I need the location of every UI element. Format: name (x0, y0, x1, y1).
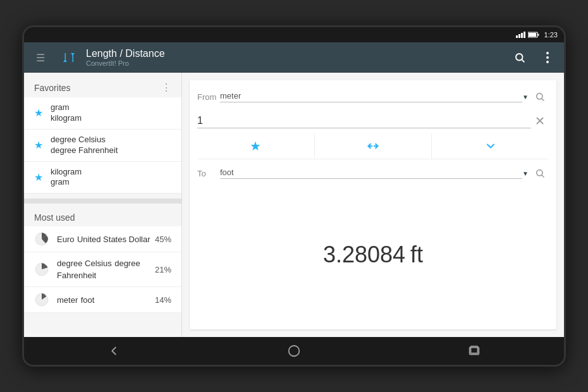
favorite-item-2-text: kilogram gram (51, 167, 82, 188)
converter-card: From meter ▼ (190, 80, 556, 329)
pie-chart-icon-1 (34, 262, 49, 277)
svg-rect-1 (537, 34, 539, 36)
result-unit: ft (410, 242, 423, 268)
favorite-item-2[interactable]: ★ kilogram gram (24, 162, 181, 194)
app-subtitle: ConvertIt! Pro (86, 59, 508, 68)
left-panel: Favorites ⋮ ★ gram kilogram ★ degree Cel… (24, 73, 182, 337)
to-search-button[interactable] (531, 164, 549, 182)
swap-icon (367, 140, 379, 152)
svg-rect-6 (73, 53, 74, 62)
clear-button[interactable] (531, 112, 549, 130)
svg-line-16 (542, 99, 544, 101)
to-unit-value: foot (220, 168, 522, 179)
recents-icon (467, 344, 481, 358)
app-logo-icon (60, 48, 79, 67)
favorites-title: Favorites (34, 83, 71, 93)
favorite-item-1-text: degree Celsius degree Fahrenheit (51, 135, 118, 156)
app-bar: ☰ Length / Distance ConvertIt! Pro (24, 42, 564, 73)
svg-line-22 (542, 175, 544, 177)
most-used-item-0-text: Euro United States Dollar (57, 233, 155, 245)
app-bar-actions (508, 46, 559, 69)
back-icon (107, 344, 121, 358)
star-icon: ★ (34, 171, 43, 183)
expand-action-button[interactable] (432, 133, 549, 159)
main-content: Favorites ⋮ ★ gram kilogram ★ degree Cel… (24, 73, 564, 337)
svg-rect-2 (529, 33, 536, 37)
most-used-item-0[interactable]: Euro United States Dollar 45% (24, 226, 181, 252)
favorite-item-0-text: gram kilogram (51, 102, 82, 124)
from-dropdown-arrow-icon: ▼ (522, 94, 529, 101)
most-used-item-2-text: meter foot (57, 294, 155, 306)
nav-drawer-button[interactable]: ☰ (29, 46, 52, 69)
to-dropdown-arrow-icon: ▼ (522, 170, 529, 177)
svg-point-9 (546, 52, 549, 54)
time-display: 1:23 (544, 31, 558, 39)
svg-line-8 (522, 59, 524, 61)
status-icons: 1:23 (516, 31, 558, 39)
from-search-button[interactable] (531, 88, 549, 106)
section-divider (24, 199, 181, 204)
most-used-item-1-text: degree Celsius degree Fahrenheit (57, 257, 155, 281)
pie-chart-icon-0 (34, 231, 49, 247)
status-bar: 1:23 (24, 27, 564, 42)
tablet-device: 1:23 ☰ Length / Distance ConvertIt! Pro (22, 25, 566, 367)
search-button[interactable] (508, 46, 531, 69)
bottom-nav-bar (24, 337, 564, 365)
result-value: 3.28084 (323, 242, 405, 268)
from-unit-row: From meter ▼ (197, 88, 549, 106)
star-icon: ★ (34, 139, 43, 151)
signal-icon (516, 32, 525, 38)
back-button[interactable] (99, 337, 129, 365)
to-unit-row: To foot ▼ (197, 164, 549, 182)
home-button[interactable] (279, 337, 309, 365)
result-display: 3.28084 ft (197, 187, 549, 322)
favorite-item-0[interactable]: ★ gram kilogram (24, 97, 181, 130)
to-label: To (197, 169, 216, 178)
most-used-section: Most used Euro United States Dollar 45 (24, 204, 181, 318)
expand-icon (484, 140, 497, 152)
svg-point-11 (546, 61, 549, 63)
app-icon (59, 47, 80, 68)
action-row: ★ (197, 133, 549, 159)
favorites-menu-button[interactable]: ⋮ (161, 82, 171, 94)
svg-point-23 (289, 346, 300, 357)
value-input[interactable] (197, 114, 531, 128)
favorites-header: Favorites ⋮ (24, 78, 181, 97)
swap-action-button[interactable] (315, 133, 432, 159)
pie-chart-icon-2 (34, 292, 49, 307)
most-used-title: Most used (34, 212, 75, 223)
recents-button[interactable] (459, 337, 489, 365)
most-used-header: Most used (24, 209, 181, 226)
svg-point-10 (546, 56, 549, 59)
app-title: Length / Distance (86, 47, 508, 59)
app-title-block: Length / Distance ConvertIt! Pro (86, 47, 508, 68)
favorites-section: Favorites ⋮ ★ gram kilogram ★ degree Cel… (24, 73, 181, 199)
more-options-button[interactable] (536, 46, 559, 69)
most-used-item-1[interactable]: degree Celsius degree Fahrenheit 21% (24, 252, 181, 287)
favorite-item-1[interactable]: ★ degree Celsius degree Fahrenheit (24, 130, 181, 162)
favorite-action-button[interactable]: ★ (197, 133, 315, 159)
from-label: From (197, 92, 216, 102)
most-used-item-2[interactable]: meter foot 14% (24, 287, 181, 313)
battery-icon (528, 32, 539, 38)
right-panel: From meter ▼ (182, 73, 564, 337)
star-icon: ★ (34, 107, 43, 119)
value-input-row (197, 112, 549, 130)
home-icon (287, 344, 301, 358)
favorite-icon: ★ (250, 138, 261, 154)
from-unit-value: meter (220, 91, 522, 102)
volume-button (22, 183, 24, 209)
svg-rect-4 (65, 53, 66, 62)
